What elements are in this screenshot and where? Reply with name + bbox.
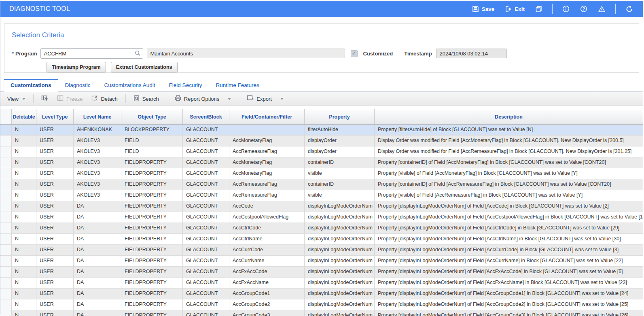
table-row[interactable]: NUSERAKOLEV3FIELDPROPERTYGLACCOUNTAccMon… bbox=[0, 168, 643, 179]
column-header-level-type[interactable]: Level Type bbox=[36, 109, 74, 124]
detach-button[interactable]: Detach bbox=[88, 93, 121, 104]
row-selector[interactable] bbox=[0, 168, 12, 179]
cell-description: Property [displayInLogModeOrderNum] of F… bbox=[375, 234, 643, 244]
cell-level-name: AKOLEV3 bbox=[74, 168, 121, 179]
table-row[interactable]: NUSERDAFIELDPROPERTYGLACCOUNTAccCodedisp… bbox=[0, 201, 643, 212]
cell-level-type: USER bbox=[36, 223, 74, 233]
row-selector[interactable] bbox=[0, 310, 12, 316]
cell-level-type: USER bbox=[36, 136, 74, 146]
info-button[interactable] bbox=[558, 4, 574, 14]
row-selector[interactable] bbox=[0, 179, 12, 190]
tab-customizations[interactable]: Customizations bbox=[4, 79, 58, 92]
cell-screen-block: GLACCOUNT bbox=[183, 136, 229, 146]
report-options-button[interactable]: Report Options bbox=[171, 93, 235, 104]
tab-customizations-audit[interactable]: Customizations Audit bbox=[97, 79, 162, 91]
row-selector[interactable] bbox=[0, 190, 12, 201]
row-selector[interactable] bbox=[0, 256, 12, 266]
view-menu-button[interactable]: View bbox=[4, 94, 29, 104]
table-row[interactable]: NUSERDAFIELDPROPERTYGLACCOUNTAccFxAccNam… bbox=[0, 278, 643, 288]
tab-diagnostic[interactable]: Diagnostic bbox=[58, 79, 97, 91]
row-selector[interactable] bbox=[0, 267, 12, 277]
exit-button[interactable]: Exit bbox=[501, 4, 529, 14]
toolbar-separator bbox=[33, 94, 34, 103]
cell-property: displayInLogModeOrderNum bbox=[305, 267, 375, 277]
row-selector[interactable] bbox=[0, 125, 12, 135]
table-row[interactable]: NUSERDAFIELDPROPERTYGLACCOUNTAccCurrName… bbox=[0, 256, 643, 267]
table-row[interactable]: NUSERAKOLEV3FIELDPROPERTYGLACCOUNTAccRem… bbox=[0, 190, 643, 201]
page-title: DIAGNOSTIC TOOL bbox=[9, 5, 70, 13]
cell-level-name: DA bbox=[74, 201, 121, 212]
table-row[interactable]: NUSERAKOLEV3FIELDGLACCOUNTAccMonetaryFla… bbox=[0, 136, 643, 146]
table-row[interactable]: NUSERAKOLEV3FIELDGLACCOUNTAccRemeasureFl… bbox=[0, 146, 643, 157]
table-row[interactable]: NUSERDAFIELDPROPERTYGLACCOUNTAccFxAccCod… bbox=[0, 267, 643, 278]
query-by-example-button[interactable] bbox=[38, 93, 52, 104]
help-icon: ? bbox=[580, 5, 587, 13]
cell-screen-block: GLACCOUNT bbox=[183, 168, 229, 179]
row-selector[interactable] bbox=[0, 157, 12, 168]
copy-pages-button[interactable] bbox=[531, 4, 547, 14]
cell-level-name: DA bbox=[74, 267, 121, 277]
customized-checkbox[interactable]: ✓ bbox=[351, 50, 358, 57]
cell-property: displayInLogModeOrderNum bbox=[305, 234, 375, 244]
refresh-button[interactable] bbox=[621, 4, 637, 15]
row-selector[interactable] bbox=[0, 234, 12, 244]
warning-button[interactable] bbox=[594, 4, 610, 14]
row-selector[interactable] bbox=[0, 245, 12, 255]
tab-runtime-features[interactable]: Runtime Features bbox=[209, 79, 266, 91]
export-button[interactable]: Export bbox=[243, 93, 287, 104]
cell-field-container-filter: AccRemeasureFlag bbox=[229, 190, 305, 201]
save-button[interactable]: Save bbox=[468, 4, 499, 14]
table-row[interactable]: NUSERDAFIELDPROPERTYGLACCOUNTAccGroupCod… bbox=[0, 288, 643, 299]
exit-label: Exit bbox=[515, 6, 525, 12]
info-icon bbox=[562, 5, 570, 13]
column-header-deletable[interactable]: Deletable bbox=[12, 109, 36, 124]
search-lov-icon[interactable] bbox=[135, 50, 141, 58]
chevron-down-icon bbox=[228, 98, 231, 100]
toolbar-separator bbox=[125, 94, 126, 103]
cell-property: displayInLogModeOrderNum bbox=[305, 278, 375, 288]
table-row[interactable]: NUSERDAFIELDPROPERTYGLACCOUNTAccCtrlName… bbox=[0, 234, 643, 245]
column-header-field-container-filter[interactable]: Field/Container/Filter bbox=[229, 109, 305, 124]
tab-field-security[interactable]: Field Security bbox=[162, 79, 209, 91]
table-row[interactable]: NUSERAHENKKONAKBLOCKPROPERTYGLACCOUNTfil… bbox=[0, 125, 643, 136]
cell-description: Property [displayInLogModeOrderNum] of F… bbox=[375, 201, 643, 212]
cell-deletable: N bbox=[12, 223, 36, 233]
customizations-table: Deletable Level Type Level Name Object T… bbox=[0, 109, 643, 316]
column-header-object-type[interactable]: Object Type bbox=[121, 109, 183, 124]
cell-level-type: USER bbox=[36, 245, 74, 255]
cell-screen-block: GLACCOUNT bbox=[183, 310, 229, 316]
row-selector[interactable] bbox=[0, 299, 12, 310]
row-selector[interactable] bbox=[0, 212, 12, 223]
program-input[interactable] bbox=[40, 48, 143, 59]
column-header-description[interactable]: Description bbox=[375, 109, 643, 124]
cell-level-type: USER bbox=[36, 168, 74, 179]
extract-customizations-button[interactable]: Extract Customizations bbox=[111, 62, 178, 72]
row-selector[interactable] bbox=[0, 201, 12, 212]
table-row[interactable]: NUSERDAFIELDPROPERTYGLACCOUNTAccGroupCod… bbox=[0, 299, 643, 310]
cell-level-type: USER bbox=[36, 299, 74, 310]
column-header-level-name[interactable]: Level Name bbox=[74, 109, 121, 124]
table-row[interactable]: NUSERDAFIELDPROPERTYGLACCOUNTAccCtrlCode… bbox=[0, 223, 643, 234]
cell-description: Property [displayInLogModeOrderNum] of F… bbox=[375, 223, 643, 233]
table-row[interactable]: NUSERDAFIELDPROPERTYGLACCOUNTAccCostpool… bbox=[0, 212, 643, 223]
table-row[interactable]: NUSERDAFIELDPROPERTYGLACCOUNTAccCurrCode… bbox=[0, 245, 643, 256]
timestamp-program-button[interactable]: Timestamp Program bbox=[47, 62, 106, 72]
row-selector[interactable] bbox=[0, 278, 12, 288]
row-selector[interactable] bbox=[0, 288, 12, 299]
row-selector[interactable] bbox=[0, 223, 12, 233]
column-header-screen-block[interactable]: Screen/Block bbox=[183, 109, 229, 124]
row-selector[interactable] bbox=[0, 136, 12, 146]
cell-field-container-filter: AccCurrCode bbox=[229, 245, 305, 255]
freeze-button[interactable]: Freeze bbox=[53, 93, 86, 104]
table-row[interactable]: NUSERDAFIELDPROPERTYGLACCOUNTAccGroupCod… bbox=[0, 310, 643, 316]
table-row[interactable]: NUSERAKOLEV3FIELDPROPERTYGLACCOUNTAccMon… bbox=[0, 157, 643, 168]
cell-property: displayInLogModeOrderNum bbox=[305, 245, 375, 255]
row-selector[interactable] bbox=[0, 146, 12, 157]
help-button[interactable]: ? bbox=[576, 4, 591, 14]
search-button[interactable]: Search bbox=[130, 93, 163, 104]
cell-level-name: DA bbox=[74, 234, 121, 244]
table-row[interactable]: NUSERAKOLEV3FIELDPROPERTYGLACCOUNTAccRem… bbox=[0, 179, 643, 190]
cell-deletable: N bbox=[12, 136, 36, 146]
cell-level-type: USER bbox=[36, 267, 74, 277]
column-header-property[interactable]: Property bbox=[305, 109, 375, 124]
